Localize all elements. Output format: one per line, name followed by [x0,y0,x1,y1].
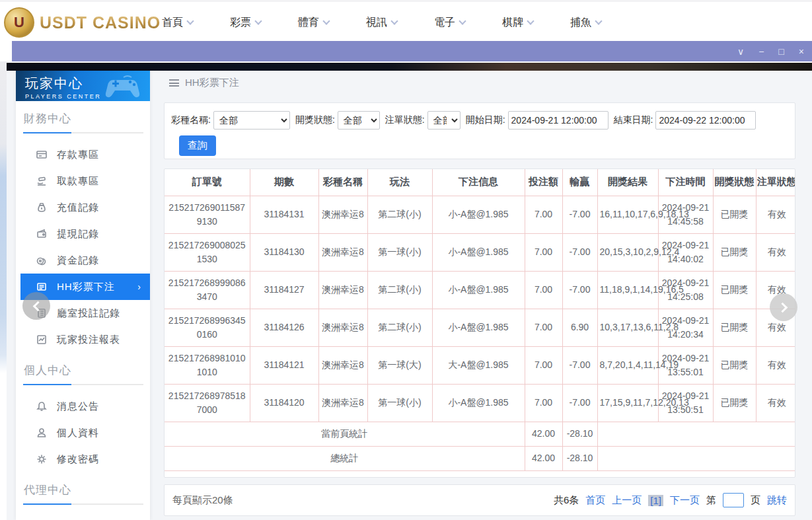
nav-item-sports[interactable]: 體育 [298,16,366,30]
carousel-next-button[interactable] [770,293,797,321]
sidebar-item-withdraw[interactable]: 取款專區 [16,168,150,194]
bets-table: 訂單號 期數 彩種名稱 玩法 下注信息 投注額 輸贏 開獎結果 下注時間 開獎狀… [165,169,795,471]
col-bet-info: 下注信息 [432,169,525,196]
logo-text: USDT CASINO [40,13,161,32]
table-row: 2152172689990863470 31184127 澳洲幸运8 第二球(小… [165,271,795,309]
window-collapse-icon[interactable]: ∨ [737,47,744,56]
jump-suffix: 页 [751,494,760,507]
pager-controls: 共6条 首页 上一页 [1] 下一页 第 页 跳转 [554,493,787,507]
chevron-down-icon [390,17,398,24]
chevron-down-icon [527,17,534,24]
next-page-link[interactable]: 下一页 [670,494,700,507]
bell-icon [36,401,47,412]
window-maximize-icon[interactable]: □ [778,47,784,56]
start-date-label: 開始日期: [466,114,505,126]
section-divider [23,384,143,385]
nav-item-lottery[interactable]: 彩票 [230,16,298,30]
nav-item-fishing[interactable]: 捕魚 [570,16,638,30]
filter-panel: 彩種名稱: 全部 開獎狀態: 全部 注單狀態: 全部 開始日期: 結束日期: 查… [164,102,795,159]
col-play: 玩法 [367,169,432,196]
table-row: 2152172690080251530 31184130 澳洲幸运8 第一球(小… [165,233,795,271]
lottery-name-label: 彩種名稱: [171,114,211,126]
page-title: HH彩票下注 [185,77,239,89]
chevron-down-icon [459,17,466,24]
prev-page-link[interactable]: 上一页 [612,494,642,507]
nav-item-home[interactable]: 首頁 [162,16,230,30]
end-date-input[interactable] [655,111,756,130]
col-result: 開獎結果 [597,169,658,196]
site-navbar: U USDT CASINO 首頁 彩票 體育 視訊 電子 棋牌 捕魚 [0,0,812,41]
carousel-prev-button[interactable] [22,292,50,320]
total-count: 共6条 [554,494,579,507]
col-time: 下注時間 [658,169,713,196]
menu-icon[interactable] [169,79,179,87]
deposit-icon [36,149,47,161]
window-minimize-icon[interactable]: − [758,47,764,56]
first-page-link[interactable]: 首页 [585,494,605,507]
page-jump-input[interactable] [723,493,744,507]
window-title-bar: ∨ − □ × [12,41,812,61]
chevron-right-icon [777,302,788,313]
main-nav: 首頁 彩票 體育 視訊 電子 棋牌 捕魚 [162,2,638,43]
funds-record-icon [36,255,47,266]
table-header-row: 訂單號 期數 彩種名稱 玩法 下注信息 投注額 輸贏 開獎結果 下注時間 開獎狀… [165,169,795,196]
section-title-agent: 代理中心 [24,482,150,498]
recharge-record-icon [36,202,47,213]
user-icon [36,427,47,439]
jump-prefix: 第 [706,494,716,507]
nav-item-live[interactable]: 視訊 [366,16,434,30]
chevron-down-icon [186,17,194,24]
site-logo[interactable]: U USDT CASINO [4,7,161,38]
chevron-down-icon [322,17,330,24]
col-amount: 投注額 [525,169,562,196]
section-title-finance: 財務中心 [24,111,150,126]
order-status-select[interactable]: 全部 [427,111,461,130]
col-period: 期數 [250,169,318,196]
draw-status-label: 開獎狀態: [295,114,335,126]
logo-coin-icon: U [4,7,34,38]
section-title-personal: 個人中心 [24,363,150,378]
sidebar-item-player-report[interactable]: 玩家投注報表 [16,326,150,353]
summary-row-total: 總統計 42.00 -28.10 [165,446,795,470]
lottery-name-select[interactable]: 全部 [213,111,290,130]
chevron-right-icon: › [137,281,141,292]
bets-table-panel: 訂單號 期數 彩種名稱 玩法 下注信息 投注額 輸贏 開獎結果 下注時間 開獎狀… [164,168,795,478]
chevron-left-icon [32,301,43,311]
order-status-label: 注單狀態: [385,114,425,126]
cashout-record-icon [36,229,47,240]
end-date-label: 結束日期: [614,114,653,126]
sidebar-item-agent-rules[interactable]: 代理規則說明 [16,513,150,520]
summary-label: 當前頁統計 [165,422,525,446]
report-icon [36,334,47,346]
section-divider [23,132,143,133]
sidebar-item-change-password[interactable]: 修改密碼 [16,446,150,472]
col-draw-status: 開獎狀態 [713,169,756,196]
current-page[interactable]: [1] [648,495,663,506]
col-order: 訂單號 [165,169,250,196]
pagination-bar: 每頁顯示20條 共6条 首页 上一页 [1] 下一页 第 页 跳转 [164,484,795,516]
jump-button[interactable]: 跳转 [767,494,787,507]
chevron-down-icon [595,17,602,24]
window-close-icon[interactable]: × [799,47,804,56]
nav-item-slots[interactable]: 電子 [434,16,502,30]
start-date-input[interactable] [508,111,609,130]
sidebar-item-deposit[interactable]: 存款專區 [16,141,150,168]
background-banner-band [7,63,812,71]
sidebar-item-profile[interactable]: 個人資料 [16,420,150,446]
breadcrumb: HH彩票下注 [169,77,239,89]
sidebar-item-funds-record[interactable]: 資金記錄 [16,247,150,274]
col-winloss: 輸贏 [562,169,597,196]
page-size-text: 每頁顯示20條 [172,494,233,507]
nav-item-cards[interactable]: 棋牌 [502,16,570,30]
sidebar-item-cashout-record[interactable]: 提現記錄 [16,221,150,247]
search-button[interactable]: 查詢 [179,135,216,156]
chevron-down-icon [254,17,262,24]
sidebar-item-announcements[interactable]: 消息公告 [16,393,150,420]
lottery-bets-icon [36,281,47,293]
draw-status-select[interactable]: 全部 [338,111,380,130]
col-order-status: 注單狀態 [756,169,795,196]
gear-icon [36,454,47,465]
gamepad-icon [104,73,145,100]
sidebar-item-recharge-record[interactable]: 充值記錄 [16,194,150,221]
table-row: 2152172690115879130 31184131 澳洲幸运8 第二球(小… [165,196,795,233]
